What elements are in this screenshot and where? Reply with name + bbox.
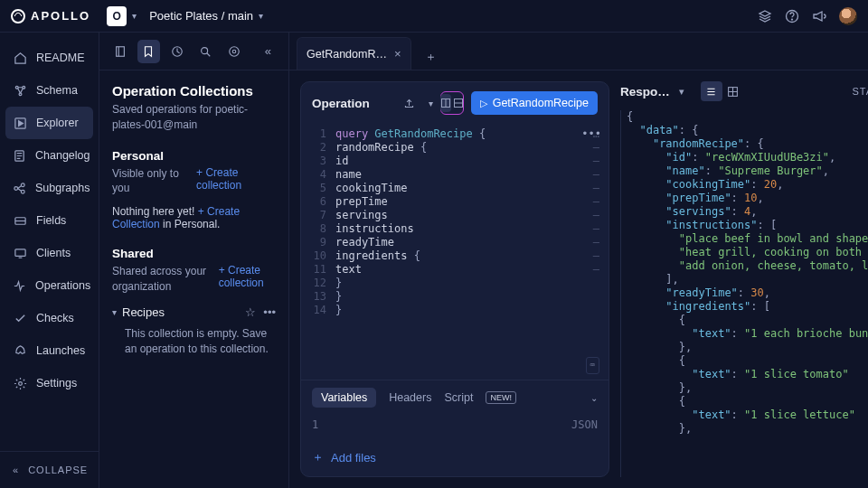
collection-empty-desc: This collection is empty. Save an operat…: [112, 319, 276, 357]
home-icon: [13, 51, 27, 65]
rocket-icon: [13, 343, 27, 358]
variables-editor[interactable]: 1JSON: [301, 415, 609, 440]
tab-variables[interactable]: Variables: [312, 388, 376, 408]
status-label: STATUS: [852, 86, 868, 97]
tab-docs[interactable]: [108, 40, 132, 63]
sidebar-item-schema[interactable]: Schema: [0, 74, 99, 107]
chevron-down-icon[interactable]: ▾: [679, 86, 684, 98]
view-table-icon[interactable]: [722, 81, 744, 101]
tab-collections[interactable]: [137, 40, 161, 63]
schema-icon: [13, 83, 27, 98]
sidebar-item-label: Operations: [35, 279, 90, 292]
chevron-down-icon[interactable]: ▾: [429, 99, 433, 108]
check-icon: [13, 311, 27, 325]
add-tab-button[interactable]: ＋: [419, 44, 444, 70]
tab-history[interactable]: [165, 40, 189, 63]
sidebar-item-checks[interactable]: Checks: [0, 302, 99, 334]
svg-rect-11: [14, 249, 24, 256]
chevron-down-icon[interactable]: ▾: [132, 11, 137, 21]
add-files-button[interactable]: ＋ Add files: [301, 440, 609, 476]
chevron-down-icon[interactable]: ⌄: [590, 393, 598, 403]
chevron-down-icon: ▾: [112, 307, 117, 317]
gear-icon: [13, 376, 27, 390]
share-icon[interactable]: [398, 91, 421, 115]
shared-title: Shared: [112, 247, 276, 260]
svg-point-15: [202, 47, 208, 53]
new-badge: NEW!: [486, 391, 516, 404]
panel-collapse-icon[interactable]: «: [257, 40, 280, 63]
svg-point-16: [232, 50, 236, 53]
response-panel: Respo… ▾ STATUS 200 229ms 459B: [620, 81, 868, 477]
layers-icon[interactable]: [758, 9, 772, 23]
sidebar-item-label: Explorer: [36, 117, 79, 129]
subgraphs-icon: [13, 181, 26, 195]
breadcrumb[interactable]: Poetic Plates / main: [149, 9, 253, 23]
run-button[interactable]: GetRandomRecipe: [471, 91, 598, 115]
brand-text: APOLLO: [31, 9, 90, 23]
create-personal-collection-link[interactable]: + Create collection: [196, 166, 276, 192]
collection-label: Recipes: [122, 305, 165, 319]
megaphone-icon[interactable]: [812, 9, 826, 23]
sidebar-item-label: Settings: [36, 377, 77, 389]
sidebar-item-label: Subgraphs: [35, 182, 90, 194]
tab-settings[interactable]: [222, 40, 246, 63]
close-icon[interactable]: ×: [394, 47, 401, 61]
editor-panel: Operation ▾ GetRandomRecipe ••• …–––––––…: [300, 81, 609, 477]
personal-title: Personal: [112, 149, 276, 163]
chevron-down-icon[interactable]: ▾: [259, 11, 263, 21]
more-icon[interactable]: •••: [263, 305, 276, 319]
plus-icon: ＋: [312, 449, 324, 465]
personal-desc: Visible only to you: [112, 166, 189, 197]
sidebar-item-clients[interactable]: Clients: [0, 237, 99, 269]
response-title: Respo…: [620, 85, 670, 99]
svg-point-7: [14, 186, 18, 190]
collection-recipes[interactable]: ▾ Recipes ☆ •••: [112, 305, 276, 319]
sidebar-item-fields[interactable]: Fields: [0, 204, 99, 237]
sidebar-item-settings[interactable]: Settings: [0, 367, 99, 399]
layout-option-icon[interactable]: [453, 94, 464, 112]
editor-title: Operation: [312, 97, 370, 110]
sidebar-item-label: Launches: [36, 344, 85, 357]
sidebar-item-label: Schema: [36, 84, 78, 97]
sidebar-item-subgraphs[interactable]: Subgraphs: [0, 172, 99, 204]
tab-search[interactable]: [194, 40, 218, 63]
shared-desc: Shared across your organization: [112, 264, 212, 295]
sidebar-item-explorer[interactable]: Explorer: [5, 107, 93, 139]
view-json-icon[interactable]: [701, 81, 722, 101]
sidebar-item-label: Changelog: [35, 149, 90, 162]
sidebar-item-changelog[interactable]: Changelog: [0, 139, 99, 172]
svg-rect-13: [116, 46, 124, 56]
activity-icon: [13, 278, 26, 293]
star-icon[interactable]: ☆: [245, 305, 256, 319]
collections-title: Operation Collections: [112, 83, 276, 99]
help-icon[interactable]: [785, 9, 799, 23]
document-icon: [13, 148, 26, 163]
layout-toggle[interactable]: [440, 91, 464, 115]
sidebar-item-label: Clients: [36, 247, 71, 259]
avatar[interactable]: [839, 7, 857, 25]
collections-subtitle: Saved operations for poetic-plates-001@m…: [112, 102, 276, 133]
svg-point-17: [230, 46, 240, 56]
sidebar-item-readme[interactable]: README: [0, 42, 99, 74]
sidebar-item-launches[interactable]: Launches: [0, 334, 99, 367]
collapse-button[interactable]: « COLLAPSE: [0, 451, 99, 488]
titlebar: APOLLO O ▾ Poetic Plates / main ▾: [0, 0, 868, 33]
sidebar-item-operations[interactable]: Operations: [0, 269, 99, 302]
operation-tab[interactable]: GetRandomR… ×: [297, 37, 411, 70]
svg-point-9: [21, 190, 24, 193]
org-badge[interactable]: O: [107, 6, 127, 26]
logo: APOLLO: [11, 9, 90, 23]
chevrons-left-icon: «: [13, 465, 19, 475]
sidebar-item-label: README: [36, 52, 84, 64]
query-editor[interactable]: ••• …–––––––––– ⌨ 1query GetRandomRecipe…: [301, 124, 609, 380]
create-shared-collection-link[interactable]: + Create collection: [219, 264, 276, 289]
collections-panel: « Operation Collections Saved operations…: [99, 33, 289, 488]
svg-point-1: [792, 19, 793, 20]
collapse-label: COLLAPSE: [28, 465, 88, 475]
response-body[interactable]: { "data": { "randomRecipe": { "id": "rec…: [620, 110, 868, 477]
layout-option-icon[interactable]: [440, 94, 451, 112]
play-square-icon: [13, 116, 27, 130]
tab-headers[interactable]: Headers: [389, 391, 431, 404]
tab-script[interactable]: Script: [444, 391, 473, 404]
sidebar-item-label: Checks: [36, 312, 74, 324]
